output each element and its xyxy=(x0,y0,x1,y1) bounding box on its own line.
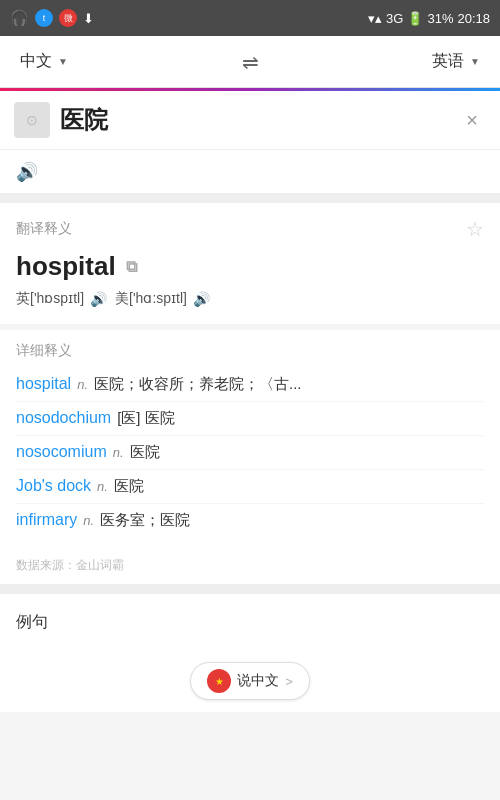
data-source-text: 数据来源：金山词霸 xyxy=(16,558,124,572)
status-bar: 🎧 t 微 ⬇ ▾▴ 3G 🔋 31% 20:18 xyxy=(0,0,500,36)
bottom-button-row: ★ 说中文 > xyxy=(0,650,500,712)
headphone-icon: 🎧 xyxy=(10,9,29,27)
main-word-text: hospital xyxy=(16,251,116,282)
details-section: 详细释义 hospital n. 医院；收容所；养老院；〈古... nosodo… xyxy=(0,330,500,547)
search-word-box: ⊙ xyxy=(14,102,50,138)
status-right-info: ▾▴ 3G 🔋 31% 20:18 xyxy=(368,11,490,26)
translation-section-title: 翻译释义 xyxy=(16,220,72,238)
section-divider-2 xyxy=(0,584,500,594)
phonetic-us-sound-icon[interactable]: 🔊 xyxy=(193,291,210,307)
detail-row-1: nosodochium [医] 医院 xyxy=(16,402,484,436)
detail-row-0: hospital n. 医院；收容所；养老院；〈古... xyxy=(16,368,484,402)
chevron-right-icon: > xyxy=(285,674,293,689)
favorite-button[interactable]: ☆ xyxy=(466,217,484,241)
example-title: 例句 xyxy=(16,612,48,633)
example-bar: 例句 xyxy=(0,594,500,650)
detail-pos-0: n. xyxy=(77,377,88,392)
detail-meaning-3: 医院 xyxy=(114,477,484,496)
status-left-icons: 🎧 t 微 ⬇ xyxy=(10,9,94,27)
detail-word-4[interactable]: infirmary xyxy=(16,511,77,529)
wifi-icon: ▾▴ xyxy=(368,11,382,26)
detail-pos-2: n. xyxy=(113,445,124,460)
nav-bar: 中文 ▼ ⇌ 英语 ▼ xyxy=(0,36,500,88)
detail-meaning-2: 医院 xyxy=(130,443,484,462)
phonetic-uk-text: 英['hɒspɪtl] xyxy=(16,290,84,308)
phonetic-uk-group: 英['hɒspɪtl] 🔊 xyxy=(16,290,107,308)
search-word-display: 医院 xyxy=(60,104,108,136)
detail-word-1[interactable]: nosodochium xyxy=(16,409,111,427)
detail-word-3[interactable]: Job's dock xyxy=(16,477,91,495)
phonetic-us-text: 美['hɑ:spɪtl] xyxy=(115,290,187,308)
lang-from-arrow-icon: ▼ xyxy=(58,56,68,67)
detail-pos-4: n. xyxy=(83,513,94,528)
lang-from-button[interactable]: 中文 ▼ xyxy=(20,51,68,72)
speak-chinese-button[interactable]: ★ 说中文 > xyxy=(190,662,310,700)
search-input-area: ⊙ 医院 xyxy=(14,102,458,138)
lang-to-label: 英语 xyxy=(432,51,464,72)
detail-word-0[interactable]: hospital xyxy=(16,375,71,393)
data-source: 数据来源：金山词霸 xyxy=(0,547,500,584)
swap-language-button[interactable]: ⇌ xyxy=(242,50,259,74)
detail-meaning-1: [医] 医院 xyxy=(117,409,484,428)
detail-pos-3: n. xyxy=(97,479,108,494)
search-box-icon: ⊙ xyxy=(26,112,38,128)
search-bar: ⊙ 医院 × xyxy=(0,91,500,149)
lang-from-label: 中文 xyxy=(20,51,52,72)
detail-row-3: Job's dock n. 医院 xyxy=(16,470,484,504)
detail-meaning-4: 医务室；医院 xyxy=(100,511,484,530)
sound-row: 🔊 xyxy=(0,149,500,193)
time-label: 20:18 xyxy=(457,11,490,26)
detail-meaning-0: 医院；收容所；养老院；〈古... xyxy=(94,375,484,394)
phonetic-uk-sound-icon[interactable]: 🔊 xyxy=(90,291,107,307)
signal-label: 3G xyxy=(386,11,403,26)
download-icon: ⬇ xyxy=(83,11,94,26)
translation-header: 翻译释义 ☆ xyxy=(16,217,484,241)
phonetic-us-group: 美['hɑ:spɪtl] 🔊 xyxy=(115,290,210,308)
lang-to-arrow-icon: ▼ xyxy=(470,56,480,67)
details-section-title: 详细释义 xyxy=(16,334,484,360)
speak-chinese-label: 说中文 xyxy=(237,672,279,690)
swap-icon: ⇌ xyxy=(242,51,259,73)
detail-row-2: nosocomium n. 医院 xyxy=(16,436,484,470)
copy-icon[interactable]: ⧉ xyxy=(126,258,137,276)
phonetics-row: 英['hɒspɪtl] 🔊 美['hɑ:spɪtl] 🔊 xyxy=(16,290,484,308)
battery-label: 31% xyxy=(427,11,453,26)
main-word-display: hospital ⧉ xyxy=(16,251,484,282)
sound-icon[interactable]: 🔊 xyxy=(16,161,38,183)
battery-icon: 🔋 xyxy=(407,11,423,26)
lang-to-button[interactable]: 英语 ▼ xyxy=(432,51,480,72)
section-divider-1 xyxy=(0,193,500,203)
china-flag-icon: ★ xyxy=(207,669,231,693)
detail-word-2[interactable]: nosocomium xyxy=(16,443,107,461)
notification-icon: t xyxy=(35,9,53,27)
detail-row-4: infirmary n. 医务室；医院 xyxy=(16,504,484,537)
close-button[interactable]: × xyxy=(458,105,486,136)
translation-section: 翻译释义 ☆ hospital ⧉ 英['hɒspɪtl] 🔊 美['hɑ:sp… xyxy=(0,203,500,324)
weibo-icon: 微 xyxy=(59,9,77,27)
